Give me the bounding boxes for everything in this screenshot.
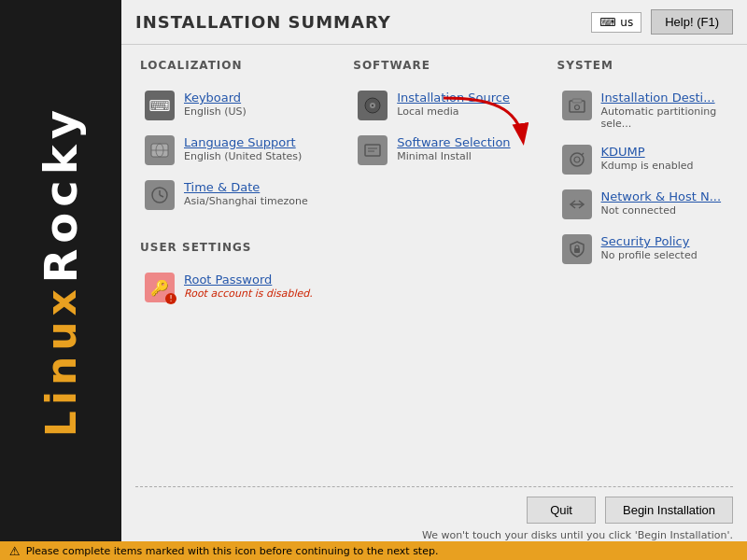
system-title: SYSTEM xyxy=(557,59,728,76)
security-icon xyxy=(562,234,592,264)
user-settings-title: USER SETTINGS xyxy=(140,241,334,258)
svg-rect-13 xyxy=(572,99,582,103)
source-label: Installation Source xyxy=(397,91,510,105)
time-label: Time & Date xyxy=(184,180,308,194)
svg-line-5 xyxy=(160,195,163,197)
keyboard-label: Keyboard xyxy=(184,91,247,105)
source-sublabel: Local media xyxy=(397,105,510,118)
language-label: Language Support xyxy=(184,135,302,149)
page-title: INSTALLATION SUMMARY xyxy=(135,12,391,32)
network-sublabel: Not connected xyxy=(601,204,722,217)
warning-footer: ⚠ Please complete items marked with this… xyxy=(0,541,747,560)
software-title: SOFTWARE xyxy=(353,59,538,76)
root-icon: 🔑 ! xyxy=(145,273,175,302)
software-sublabel: Minimal Install xyxy=(397,150,510,162)
keyboard-icon: ⌨ xyxy=(599,16,615,29)
brand-linux: Linux xyxy=(37,284,85,437)
brand-rocky: Rocky xyxy=(35,105,87,284)
time-icon xyxy=(145,180,175,210)
network-icon xyxy=(562,189,592,219)
software-selection-item[interactable]: Software Selection Minimal Install xyxy=(353,128,538,173)
header-right: ⌨ us Help! (F1) xyxy=(591,9,733,35)
source-icon xyxy=(358,91,388,120)
installation-destination-item[interactable]: Installation Desti... Automatic partitio… xyxy=(557,83,728,137)
kdump-sublabel: Kdump is enabled xyxy=(601,160,694,172)
time-item[interactable]: Time & Date Asia/Shanghai timezone xyxy=(140,173,334,217)
quit-button[interactable]: Quit xyxy=(527,497,596,524)
svg-point-14 xyxy=(574,105,579,110)
localization-title: LOCALIZATION xyxy=(140,59,334,76)
security-item[interactable]: Security Policy No profile selected xyxy=(557,227,728,272)
kdump-icon xyxy=(562,145,592,175)
svg-point-16 xyxy=(574,157,580,162)
svg-rect-9 xyxy=(365,145,380,156)
help-button[interactable]: Help! (F1) xyxy=(651,9,733,35)
network-label: Network & Host N... xyxy=(601,189,722,203)
software-icon xyxy=(358,135,388,165)
keyboard-item[interactable]: ⌨ Keyboard English (US) xyxy=(140,83,334,128)
destination-label: Installation Desti... xyxy=(601,91,724,105)
brand-logo: Rocky Linux xyxy=(35,105,87,437)
lang-value: us xyxy=(620,16,633,29)
bottom-note: We won't touch your disks until you clic… xyxy=(135,529,733,541)
language-sublabel: English (United States) xyxy=(184,150,302,162)
bottom-bar: Quit Begin Installation We won't touch y… xyxy=(121,486,747,541)
warning-text: Please complete items marked with this i… xyxy=(26,545,439,557)
main-content: INSTALLATION SUMMARY ⌨ us Help! (F1) LOC… xyxy=(121,0,747,541)
root-sublabel: Root account is disabled. xyxy=(184,287,313,300)
action-buttons: Quit Begin Installation xyxy=(135,497,733,524)
language-icon xyxy=(145,135,175,165)
header: INSTALLATION SUMMARY ⌨ us Help! (F1) xyxy=(121,0,747,45)
installation-source-item[interactable]: Installation Source Local media xyxy=(353,83,538,128)
root-password-item[interactable]: 🔑 ! Root Password Root account is disabl… xyxy=(140,265,334,310)
kdump-item[interactable]: KDUMP Kdump is enabled xyxy=(557,137,728,182)
security-sublabel: No profile selected xyxy=(601,249,698,261)
divider xyxy=(135,486,733,487)
begin-installation-button[interactable]: Begin Installation xyxy=(605,497,733,524)
time-sublabel: Asia/Shanghai timezone xyxy=(184,195,308,207)
system-section: SYSTEM Installation Desti... Automatic p… xyxy=(553,59,733,310)
warning-icon: ⚠ xyxy=(9,544,21,558)
svg-point-8 xyxy=(372,105,374,106)
svg-line-17 xyxy=(582,153,584,155)
language-item[interactable]: Language Support English (United States) xyxy=(140,128,334,173)
root-label: Root Password xyxy=(184,273,313,287)
localization-section: LOCALIZATION ⌨ Keyboard English (US) Lan… xyxy=(135,59,339,310)
software-section: SOFTWARE Installation Source Local media… xyxy=(348,59,543,310)
network-item[interactable]: Network & Host N... Not connected xyxy=(557,182,728,227)
kdump-label: KDUMP xyxy=(601,145,694,159)
destination-sublabel: Automatic partitioning sele... xyxy=(601,105,724,130)
software-label: Software Selection xyxy=(397,135,510,149)
keyboard-sublabel: English (US) xyxy=(184,105,247,118)
svg-point-15 xyxy=(571,153,584,166)
language-selector[interactable]: ⌨ us xyxy=(591,12,641,33)
keyboard-icon: ⌨ xyxy=(145,91,175,120)
security-label: Security Policy xyxy=(601,234,698,248)
destination-icon xyxy=(562,91,592,120)
sidebar: Rocky Linux xyxy=(0,0,121,541)
